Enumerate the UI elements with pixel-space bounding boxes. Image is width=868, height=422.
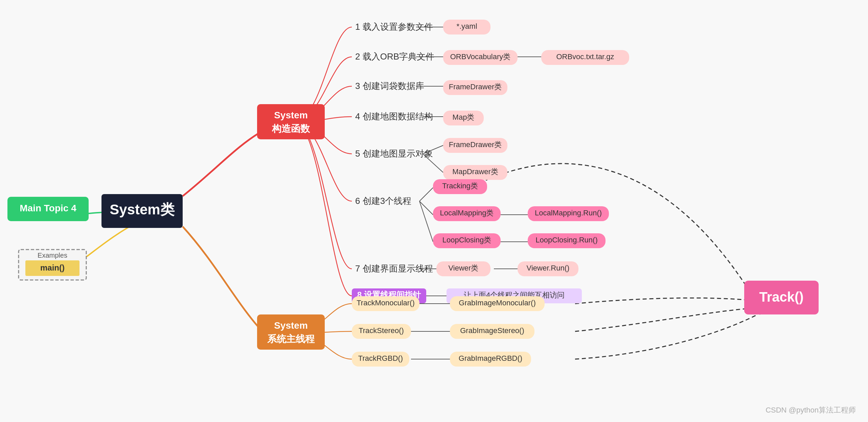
tracking-label: Tracking类: [442, 182, 478, 190]
item4-text: 4 创建地图数据结构: [355, 111, 433, 121]
orbvocab-label: ORBVocabulary类: [450, 52, 511, 61]
constructor-label1: System: [274, 110, 308, 120]
track-label: Track(): [759, 289, 803, 304]
mainthread-label1: System: [274, 320, 308, 331]
item5-text: 5 创建地图显示对象: [355, 148, 433, 159]
framedrawer1-label: FrameDrawer类: [449, 83, 502, 91]
item7-text: 7 创建界面显示线程: [355, 263, 433, 274]
loopclosing-run-label: LoopClosing.Run(): [535, 236, 597, 244]
yaml-label: *.yaml: [456, 22, 477, 30]
mainthread-label2: 系统主线程: [267, 333, 315, 344]
mainthread-box[interactable]: [257, 314, 325, 350]
trackmonocular-label: TrackMonocular(): [357, 299, 415, 307]
loopclosing-label: LoopClosing类: [442, 236, 491, 244]
item6-text: 6 创建3个线程: [355, 196, 411, 206]
grabmonocular-label: GrabImageMonocular(): [459, 299, 535, 307]
mapdrawer-label: MapDrawer类: [452, 167, 498, 176]
item1-text: 1 载入设置参数文件: [355, 22, 433, 32]
viewer-run-label: Viewer.Run(): [527, 264, 570, 272]
localmapping-run-label: LocalMapping.Run(): [535, 209, 602, 217]
grabstereo-label: GrabImageStereo(): [460, 326, 524, 335]
grabrgbd-label: GrabImageRGBD(): [459, 354, 522, 362]
watermark: CSDN @python算法工程师: [766, 406, 856, 414]
center-label: System类: [110, 202, 175, 217]
trackstereo-label: TrackStereo(): [359, 326, 404, 335]
orbvoc-label: ORBvoc.txt.tar.gz: [556, 52, 614, 61]
examples-label: Examples: [38, 252, 67, 259]
localmapping-label: LocalMapping类: [440, 209, 494, 217]
viewer-label: Viewer类: [449, 264, 479, 272]
item3-text: 3 创建词袋数据库: [355, 81, 424, 91]
item2-text: 2 载入ORB字典文件: [355, 51, 434, 62]
framedrawer2-label: FrameDrawer类: [449, 140, 502, 149]
main-topic4-label: Main Topic 4: [20, 203, 76, 213]
mindmap-svg: System类 Main Topic 4 Examples main() Sys…: [0, 0, 868, 422]
constructor-label2: 构造函数: [272, 123, 310, 134]
constructor-box[interactable]: [257, 104, 325, 139]
trackrgbd-label: TrackRGBD(): [358, 354, 403, 362]
main-function-label: main(): [40, 263, 65, 272]
map-label: Map类: [453, 113, 475, 121]
